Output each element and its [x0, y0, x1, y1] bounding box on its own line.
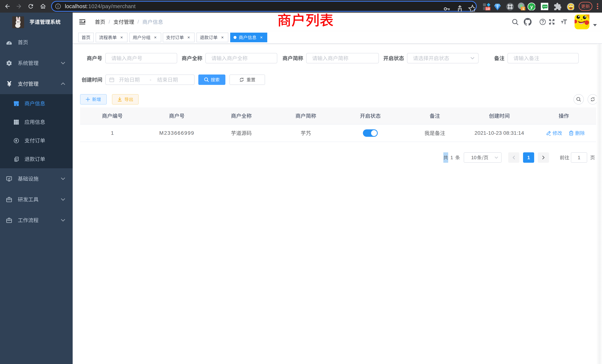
svg-text:1: 1	[522, 7, 524, 10]
svg-text:10: 10	[486, 7, 490, 10]
svg-text:y: y	[530, 4, 533, 10]
